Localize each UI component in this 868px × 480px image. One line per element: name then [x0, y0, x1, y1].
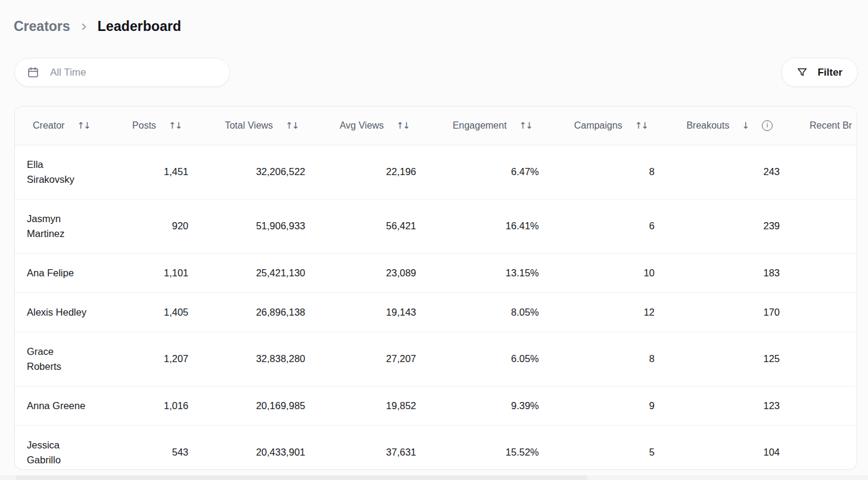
- cell-total_views: 26,896,138: [188, 292, 305, 332]
- breadcrumb: Creators Leaderboard: [0, 0, 868, 35]
- cell-breakouts: 125: [655, 332, 780, 386]
- page-title: Leaderboard: [98, 18, 181, 35]
- cell-avg_views: 23,089: [305, 253, 416, 292]
- header-row: Creator↑↓Posts↑↓Total Views↑↓Avg Views↑↓…: [15, 107, 857, 145]
- creator-name: Jessica Gabrillo: [27, 438, 89, 467]
- cell-breakouts: 170: [655, 292, 780, 332]
- cell-breakouts: 239: [655, 199, 780, 253]
- table-body: Ella Sirakovsky1,45132,206,52222,1966.47…: [15, 145, 857, 470]
- cell-breakouts: 183: [655, 253, 780, 292]
- cell-total_views: 20,433,901: [188, 425, 305, 470]
- column-label: Posts: [132, 120, 156, 131]
- column-header-campaigns[interactable]: Campaigns↑↓: [539, 107, 655, 145]
- cell-posts: 1,207: [116, 332, 188, 386]
- column-header-total_views[interactable]: Total Views↑↓: [188, 107, 305, 145]
- column-header-posts[interactable]: Posts↑↓: [116, 107, 188, 145]
- cell-avg_views: 22,196: [305, 145, 416, 199]
- table-row[interactable]: Ana Felipe1,10125,421,13023,08913.15%101…: [15, 253, 857, 292]
- table-row[interactable]: Alexis Hedley1,40526,896,13819,1438.05%1…: [15, 292, 857, 332]
- column-label: Campaigns: [574, 120, 622, 131]
- cell-avg_views: 37,631: [305, 425, 416, 470]
- cell-avg_views: 56,421: [305, 199, 416, 253]
- cell-total_views: 32,838,280: [188, 332, 305, 386]
- cell-engagement: 6.05%: [416, 332, 539, 386]
- cell-total_views: 20,169,985: [188, 386, 305, 425]
- cell-total_views: 32,206,522: [188, 145, 305, 199]
- sort-updown-icon[interactable]: ↑↓: [286, 120, 298, 131]
- cell-posts: 1,101: [116, 253, 188, 292]
- column-label: Total Views: [225, 120, 273, 131]
- cell-campaigns: 9: [539, 386, 655, 425]
- creator-name: Ella Sirakovsky: [27, 157, 89, 187]
- column-label: Avg Views: [340, 120, 384, 131]
- date-range-input[interactable]: [14, 58, 230, 87]
- sort-desc-icon[interactable]: ↓: [742, 120, 749, 131]
- cell-campaigns: 6: [539, 199, 655, 253]
- column-label: Breakouts: [686, 120, 729, 131]
- leaderboard-table-card: Creator↑↓Posts↑↓Total Views↑↓Avg Views↑↓…: [14, 106, 857, 470]
- cell-avg_views: 19,143: [305, 292, 416, 332]
- creator-name: Ana Felipe: [27, 266, 74, 280]
- table-row[interactable]: Jessica Gabrillo54320,433,90137,63115.52…: [15, 425, 857, 470]
- toolbar: Filter: [14, 58, 858, 87]
- sort-updown-icon[interactable]: ↑↓: [169, 120, 181, 131]
- column-label: Recent Br: [810, 120, 852, 131]
- creator-name: Jasmyn Martinez: [27, 211, 89, 241]
- cell-creator: Ella Sirakovsky: [15, 145, 116, 199]
- table-row[interactable]: Anna Greene1,01620,169,98519,8529.39%912…: [15, 386, 857, 425]
- cell-avg_views: 27,207: [305, 332, 416, 386]
- cell-breakouts: 104: [655, 425, 780, 470]
- cell-creator: Jessica Gabrillo: [15, 425, 116, 470]
- horizontal-scrollbar[interactable]: [0, 475, 868, 480]
- sort-updown-icon[interactable]: ↑↓: [635, 120, 647, 131]
- cell-creator: Grace Roberts: [15, 332, 116, 386]
- cell-posts: 1,016: [116, 386, 188, 425]
- table-row[interactable]: Ella Sirakovsky1,45132,206,52222,1966.47…: [15, 145, 857, 199]
- cell-campaigns: 10: [539, 253, 655, 292]
- column-header-engagement[interactable]: Engagement↑↓: [416, 107, 539, 145]
- column-label: Creator: [33, 120, 64, 131]
- cell-engagement: 6.47%: [416, 145, 539, 199]
- cell-engagement: 15.52%: [416, 425, 539, 470]
- cell-total_views: 25,421,130: [188, 253, 305, 292]
- cell-avg_views: 19,852: [305, 386, 416, 425]
- cell-campaigns: 12: [539, 292, 655, 332]
- breadcrumb-creators-link[interactable]: Creators: [14, 18, 70, 35]
- cell-total_views: 51,906,933: [188, 199, 305, 253]
- sort-updown-icon[interactable]: ↑↓: [519, 120, 532, 131]
- cell-campaigns: 8: [539, 145, 655, 199]
- cell-recent_breakouts: [780, 386, 857, 425]
- column-header-avg_views[interactable]: Avg Views↑↓: [305, 107, 416, 145]
- creator-name: Anna Greene: [27, 398, 85, 413]
- sort-updown-icon[interactable]: ↑↓: [77, 120, 89, 131]
- cell-engagement: 16.41%: [416, 199, 539, 253]
- calendar-icon: [27, 66, 39, 79]
- cell-campaigns: 8: [539, 332, 655, 386]
- cell-recent_breakouts: [780, 332, 857, 386]
- filter-button[interactable]: Filter: [781, 58, 858, 87]
- cell-campaigns: 5: [539, 425, 655, 470]
- cell-recent_breakouts: [780, 253, 857, 292]
- creator-name: Alexis Hedley: [27, 305, 86, 320]
- sort-updown-icon[interactable]: ↑↓: [396, 120, 409, 131]
- cell-creator: Anna Greene: [15, 386, 116, 425]
- column-header-recent_breakouts[interactable]: Recent Br: [780, 107, 857, 145]
- cell-posts: 1,405: [116, 292, 188, 332]
- cell-engagement: 13.15%: [416, 253, 539, 292]
- cell-creator: Ana Felipe: [15, 253, 116, 292]
- cell-creator: Jasmyn Martinez: [15, 199, 116, 253]
- cell-posts: 920: [116, 199, 188, 253]
- column-header-creator[interactable]: Creator↑↓: [15, 107, 116, 145]
- cell-recent_breakouts: [780, 145, 857, 199]
- creator-name: Grace Roberts: [27, 344, 89, 374]
- cell-breakouts: 243: [655, 145, 780, 199]
- date-range-field[interactable]: [50, 67, 230, 79]
- leaderboard-table: Creator↑↓Posts↑↓Total Views↑↓Avg Views↑↓…: [15, 107, 857, 470]
- column-header-breakouts[interactable]: Breakouts↓i: [655, 107, 780, 145]
- cell-recent_breakouts: [780, 292, 857, 332]
- info-icon[interactable]: i: [762, 120, 773, 131]
- table-row[interactable]: Jasmyn Martinez92051,906,93356,42116.41%…: [15, 199, 857, 253]
- table-row[interactable]: Grace Roberts1,20732,838,28027,2076.05%8…: [15, 332, 857, 386]
- cell-engagement: 9.39%: [416, 386, 539, 425]
- scrollbar-thumb[interactable]: [16, 475, 588, 480]
